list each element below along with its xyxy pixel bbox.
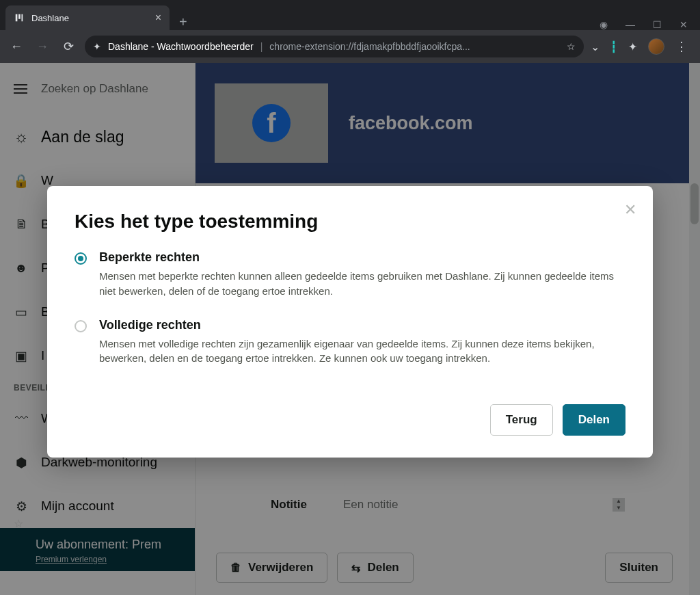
forward-button[interactable]: → bbox=[33, 40, 52, 54]
radio-selected[interactable] bbox=[75, 252, 87, 265]
share-submit-button[interactable]: Delen bbox=[563, 404, 625, 436]
bookmark-star-icon[interactable]: ☆ bbox=[567, 41, 576, 52]
extension-icon: ✦ bbox=[93, 41, 101, 52]
svg-rect-0 bbox=[16, 14, 18, 22]
reader-icon[interactable]: ◉ bbox=[600, 19, 608, 30]
url-bar[interactable]: ✦ Dashlane - Wachtwoordbeheerder | chrom… bbox=[85, 36, 584, 57]
window-controls: ◉ — ☐ ✕ bbox=[600, 14, 700, 30]
back-button[interactable]: ← bbox=[7, 40, 26, 54]
url-title: Dashlane - Wachtwoordbeheerder bbox=[108, 41, 254, 52]
permission-modal: ✕ Kies het type toestemming Beperkte rec… bbox=[47, 186, 653, 458]
url-path: chrome-extension://fdjamakpfbbddfjaooikf… bbox=[269, 41, 470, 52]
extensions-icon[interactable]: ✦ bbox=[628, 40, 637, 53]
maximize-icon[interactable]: ☐ bbox=[653, 19, 662, 30]
browser-tab[interactable]: Dashlane × bbox=[5, 5, 170, 30]
svg-rect-2 bbox=[22, 14, 23, 22]
option-limited[interactable]: Beperkte rechten Mensen met beperkte rec… bbox=[75, 250, 625, 299]
titlebar: Dashlane × + ◉ — ☐ ✕ bbox=[0, 0, 700, 30]
app-body: Zoeken op Dashlane ☼ Aan de slag 🔒W 🗎B ☻… bbox=[0, 63, 700, 595]
reload-button[interactable]: ⟳ bbox=[59, 39, 78, 54]
browser-toolbar: ← → ⟳ ✦ Dashlane - Wachtwoordbeheerder |… bbox=[0, 30, 700, 63]
new-tab-button[interactable]: + bbox=[170, 14, 197, 30]
radio-unselected[interactable] bbox=[75, 320, 87, 332]
modal-overlay: ✕ Kies het type toestemming Beperkte rec… bbox=[0, 63, 700, 595]
dashlane-ext-icon[interactable]: ┇ bbox=[610, 40, 617, 53]
close-tab-icon[interactable]: × bbox=[155, 12, 161, 23]
dashlane-icon bbox=[14, 12, 25, 23]
close-window-icon[interactable]: ✕ bbox=[679, 19, 688, 30]
menu-icon[interactable]: ⋮ bbox=[675, 39, 689, 54]
modal-title: Kies het type toestemming bbox=[75, 211, 625, 233]
minimize-icon[interactable]: — bbox=[625, 19, 635, 30]
tab-title: Dashlane bbox=[31, 13, 69, 23]
profile-avatar[interactable] bbox=[648, 38, 664, 55]
back-button[interactable]: Terug bbox=[490, 404, 553, 436]
pocket-icon[interactable]: ⌄ bbox=[591, 40, 600, 53]
svg-rect-1 bbox=[18, 14, 21, 19]
option-full[interactable]: Volledige rechten Mensen met volledige r… bbox=[75, 318, 625, 367]
close-icon[interactable]: ✕ bbox=[624, 201, 636, 219]
modal-actions: Terug Delen bbox=[75, 404, 625, 436]
